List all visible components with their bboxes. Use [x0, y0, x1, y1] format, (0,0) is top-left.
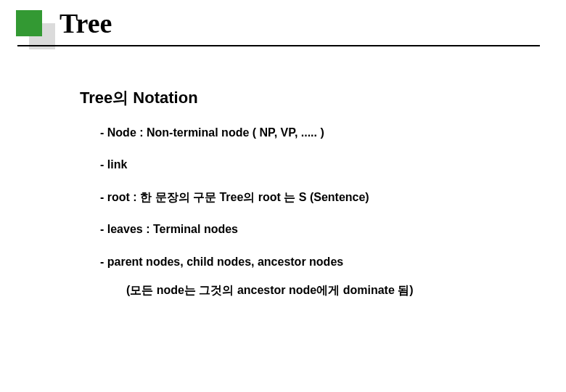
bullet-icon: [16, 10, 42, 36]
title-underline: [17, 45, 540, 46]
list-item: - parent nodes, child nodes, ancestor no…: [100, 254, 515, 270]
list-item: - link: [100, 157, 515, 173]
title-row: Tree: [0, 0, 566, 55]
slide: Tree Tree의 Notation - Node : Non-termina…: [0, 0, 566, 392]
section-subtitle: Tree의 Notation: [80, 87, 515, 109]
list-item: - root : 한 문장의 구문 Tree의 root 는 S (Senten…: [100, 189, 515, 205]
content-area: Tree의 Notation - Node : Non-terminal nod…: [80, 87, 515, 298]
list-item: - Node : Non-terminal node ( NP, VP, ...…: [100, 125, 515, 141]
list-subitem: (모든 node는 그것의 ancestor node에게 dominate 됨…: [126, 283, 515, 298]
page-title: Tree: [60, 7, 112, 39]
list-item: - leaves : Terminal nodes: [100, 221, 515, 237]
